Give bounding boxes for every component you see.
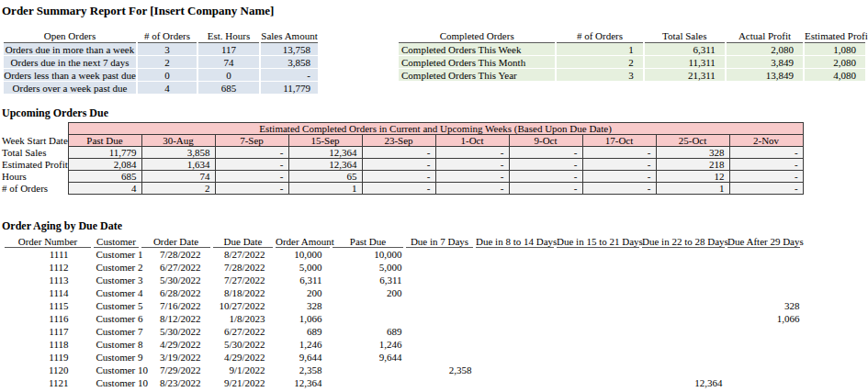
table-cell[interactable]: Hours [2,171,68,183]
table-cell[interactable]: 8/18/2022 [212,286,275,299]
table-cell[interactable] [475,248,556,262]
table-cell[interactable]: - [362,159,435,171]
table-cell[interactable]: 200 [275,286,332,299]
table-cell[interactable]: 218 [656,159,729,171]
table-cell[interactable]: 2,084 [68,159,141,171]
table-cell[interactable]: 3 [137,43,197,56]
table-cell[interactable]: 1112 [4,261,93,274]
table-cell[interactable]: - [435,147,509,159]
table-cell[interactable]: 6,311 [644,43,726,56]
table-cell[interactable]: 4,080 [804,69,866,82]
table-cell[interactable]: - [215,183,288,195]
table-cell[interactable]: 9,644 [275,351,332,364]
table-cell[interactable]: 7/28/2022 [212,261,275,274]
table-cell[interactable] [556,312,641,325]
table-cell[interactable]: 1 [288,183,362,195]
table-cell[interactable]: 1111 [4,248,93,262]
table-cell[interactable] [405,299,475,312]
table-cell[interactable]: 1,066 [275,312,332,325]
table-cell[interactable]: 328 [275,299,332,312]
table-cell[interactable]: - [215,171,288,183]
table-cell[interactable]: Estimated Profit [2,159,68,171]
table-cell[interactable] [641,299,727,312]
table-cell[interactable] [641,338,727,351]
table-cell[interactable] [405,248,475,262]
table-cell[interactable]: - [509,171,582,183]
table-cell[interactable]: 6,311 [275,274,332,286]
table-cell[interactable]: 2,080 [804,56,866,69]
table-cell[interactable]: 1/8/2023 [212,312,275,325]
table-cell[interactable]: 12,364 [288,159,362,171]
table-cell[interactable]: Orders due in more than a week [3,43,137,56]
table-cell[interactable]: Completed Orders This Month [398,56,556,69]
table-cell[interactable]: - [435,183,509,195]
table-cell[interactable]: 8/23/2022 [141,376,212,389]
table-cell[interactable]: Total Sales [2,147,68,159]
table-cell[interactable] [641,325,727,338]
table-cell[interactable] [556,376,641,389]
table-cell[interactable] [641,248,727,262]
table-cell[interactable]: 9,644 [332,351,405,364]
table-cell[interactable]: Completed Orders This Week [398,43,556,56]
table-cell[interactable]: 5/30/2022 [141,274,212,286]
table-cell[interactable] [641,286,727,299]
table-cell[interactable] [727,364,802,376]
table-cell[interactable]: Customer 8 [93,338,141,351]
table-cell[interactable]: Customer 6 [93,312,141,325]
table-cell[interactable] [727,325,802,338]
table-cell[interactable]: 685 [197,82,260,95]
table-cell[interactable] [475,312,556,325]
table-cell[interactable] [405,338,475,351]
table-cell[interactable] [641,351,727,364]
table-cell[interactable] [727,274,802,286]
table-cell[interactable] [332,312,405,325]
table-cell[interactable]: - [509,159,582,171]
table-cell[interactable]: 3 [556,69,643,82]
table-cell[interactable]: - [362,171,435,183]
table-cell[interactable]: 328 [727,299,802,312]
table-cell[interactable] [727,248,802,262]
table-cell[interactable]: 2 [137,56,197,69]
table-cell[interactable]: 8/12/2022 [141,312,212,325]
table-cell[interactable]: - [582,171,656,183]
table-cell[interactable]: 3,858 [141,147,215,159]
table-cell[interactable]: 6/27/2022 [212,325,275,338]
table-cell[interactable]: 1119 [4,351,93,364]
table-cell[interactable]: Customer 5 [93,299,141,312]
table-cell[interactable]: 1,066 [727,312,802,325]
table-cell[interactable] [475,299,556,312]
table-cell[interactable] [556,286,641,299]
table-cell[interactable] [475,364,556,376]
table-cell[interactable]: 12 [656,171,729,183]
table-cell[interactable]: - [729,147,803,159]
table-cell[interactable]: 4/29/2022 [212,351,275,364]
table-cell[interactable] [556,338,641,351]
table-cell[interactable]: 65 [288,171,362,183]
table-cell[interactable]: 7/29/2022 [141,364,212,376]
table-cell[interactable] [405,351,475,364]
table-cell[interactable]: 5/30/2022 [212,338,275,351]
table-cell[interactable]: 3/19/2022 [141,351,212,364]
table-cell[interactable]: Customer 3 [93,274,141,286]
table-cell[interactable] [727,351,802,364]
table-cell[interactable] [405,261,475,274]
table-cell[interactable]: 12,364 [288,147,362,159]
table-cell[interactable] [332,299,405,312]
table-cell[interactable] [405,312,475,325]
table-cell[interactable] [332,364,405,376]
table-cell[interactable]: Customer 4 [93,286,141,299]
table-cell[interactable]: 2,358 [405,364,475,376]
table-cell[interactable] [641,261,727,274]
table-cell[interactable]: 1121 [4,376,93,389]
table-cell[interactable]: 1,246 [275,338,332,351]
table-cell[interactable]: 1115 [4,299,93,312]
table-cell[interactable]: 13,849 [726,69,804,82]
table-cell[interactable]: 13,758 [260,43,319,56]
table-cell[interactable]: 117 [197,43,260,56]
table-cell[interactable]: 1,080 [804,43,866,56]
table-cell[interactable]: - [509,147,582,159]
table-cell[interactable] [641,274,727,286]
table-cell[interactable]: 328 [656,147,729,159]
table-cell[interactable]: 10/27/2022 [212,299,275,312]
table-cell[interactable]: - [362,183,435,195]
